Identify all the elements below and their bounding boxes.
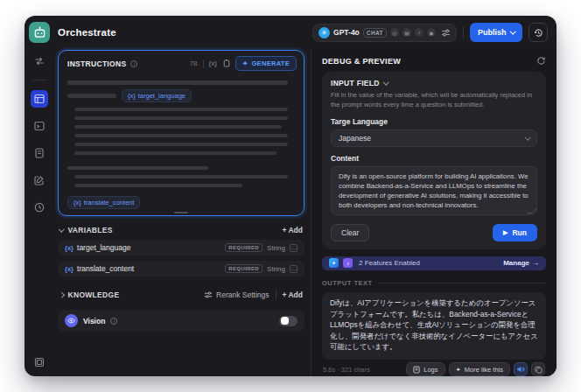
- variables-section-header: VARIABLES + Add: [58, 226, 304, 234]
- insert-variable-icon[interactable]: {x}: [209, 60, 217, 67]
- instructions-editor[interactable]: INSTRUCTIONS i 78 {x}: [58, 50, 304, 216]
- manage-features-link[interactable]: Manage →: [503, 259, 539, 267]
- output-section-header: OUTPUT TEXT: [322, 279, 546, 287]
- variable-settings-icon[interactable]: ⋯: [290, 244, 298, 252]
- variable-glyph: {x}: [65, 244, 74, 252]
- variable-pill-label: translate_content: [84, 199, 135, 206]
- logs-button[interactable]: Logs: [406, 362, 444, 376]
- variable-row-translate-content[interactable]: {x} translate_content REQUIRED String ⋯: [58, 261, 304, 276]
- skeleton-line: [67, 94, 116, 98]
- target-language-value: Japanese: [339, 134, 371, 143]
- chevron-down-icon[interactable]: [59, 226, 64, 231]
- rerank-label: Rerank Settings: [216, 290, 269, 299]
- main-area: Orchestrate ✳ GPT-4o CHAT ◎ ▤ ♪ ◉: [54, 16, 556, 376]
- vision-toggle[interactable]: [279, 316, 298, 326]
- vision-eye-icon: [65, 314, 78, 327]
- input-field-card: INPUT FIELD Fill in the value of the var…: [322, 72, 546, 249]
- arrow-right-icon: →: [532, 259, 539, 267]
- refresh-icon[interactable]: [536, 56, 546, 66]
- debug-header: DEBUG & PREVIEW: [322, 56, 546, 66]
- sidebar-divider: [32, 80, 46, 80]
- variable-type: String: [267, 265, 285, 273]
- skeleton-line: [74, 108, 288, 112]
- add-variable-button[interactable]: + Add: [283, 226, 304, 234]
- skeleton-line: [74, 116, 288, 121]
- capability-icon-4: ◉: [427, 28, 436, 37]
- knowledge-section-header: KNOWLEDGE Rerank Settings + Add: [58, 290, 304, 299]
- variable-glyph: {x}: [128, 92, 136, 100]
- chevron-right-icon[interactable]: [59, 292, 64, 298]
- variable-settings-icon[interactable]: ⋯: [290, 265, 298, 273]
- skeleton-line: [67, 166, 208, 171]
- skeleton-line: [74, 175, 288, 179]
- variable-type: String: [267, 244, 285, 252]
- manage-label: Manage: [503, 259, 529, 267]
- more-like-this-button[interactable]: ✦ More like this: [449, 362, 510, 376]
- variable-name: translate_content: [77, 264, 134, 273]
- variable-glyph: {x}: [74, 199, 81, 206]
- debug-preview-panel: DEBUG & PREVIEW INPUT FIELD Fill in the …: [311, 49, 556, 376]
- sidebar-item-annotation[interactable]: [31, 172, 48, 189]
- chat-mode-badge: CHAT: [363, 28, 387, 38]
- play-icon: ▶: [503, 229, 508, 236]
- clear-button[interactable]: Clear: [331, 224, 369, 242]
- variable-pill-translate-content[interactable]: {x} translate_content: [67, 196, 140, 209]
- info-icon: i: [130, 60, 137, 67]
- sidebar-item-api-access[interactable]: [31, 117, 48, 135]
- app-logo-robot-icon[interactable]: [29, 22, 50, 43]
- copy-output-button[interactable]: [531, 362, 545, 376]
- chevron-down-icon: [525, 134, 530, 139]
- run-button[interactable]: ▶ Run: [493, 224, 537, 242]
- input-field-header[interactable]: INPUT FIELD: [331, 79, 537, 88]
- required-badge: REQUIRED: [225, 243, 262, 252]
- chevron-down-icon: [383, 79, 388, 84]
- topbar-divider: [463, 26, 464, 38]
- openai-icon: ✳: [318, 27, 330, 38]
- debug-title: DEBUG & PREVIEW: [322, 57, 401, 66]
- publish-label: Publish: [478, 28, 507, 37]
- plus-icon: +: [283, 290, 287, 299]
- feature-tts-icon: ♪: [343, 258, 353, 268]
- variable-pill-label: target_language: [138, 92, 186, 100]
- variable-row-target-language[interactable]: {x} target_language REQUIRED String ⋯: [58, 240, 304, 256]
- target-language-select[interactable]: Japanese: [331, 130, 537, 147]
- sidebar-item-monitoring[interactable]: [31, 199, 48, 216]
- generate-label: GENERATE: [251, 60, 290, 67]
- sparkle-icon: ✦: [456, 366, 461, 374]
- features-enabled-text: 2 Features Enabled: [359, 259, 420, 267]
- add-knowledge-button[interactable]: + Add: [283, 290, 304, 299]
- features-enabled-bar[interactable]: ✦ ♪ 2 Features Enabled Manage →: [322, 256, 546, 270]
- rerank-settings-button[interactable]: Rerank Settings: [204, 290, 269, 299]
- sidebar-item-orchestrate[interactable]: [31, 90, 48, 108]
- model-switch-icon[interactable]: [31, 52, 48, 70]
- add-label: Add: [288, 290, 303, 299]
- instructions-body[interactable]: {x} target_language: [59, 74, 304, 215]
- resize-handle[interactable]: [174, 212, 188, 214]
- model-selector[interactable]: ✳ GPT-4o CHAT ◎ ▤ ♪ ◉: [312, 24, 457, 42]
- action-buttons-row: Clear ▶ Run: [331, 224, 537, 242]
- version-history-button[interactable]: [528, 23, 548, 42]
- sparkle-icon: ✦: [242, 60, 248, 67]
- skeleton-line: [74, 151, 276, 156]
- chevron-down-icon: [510, 28, 515, 33]
- copy-icon[interactable]: [222, 60, 230, 68]
- variables-title: VARIABLES: [68, 226, 113, 234]
- skeleton-line: [67, 80, 288, 85]
- instructions-header: INSTRUCTIONS i 78 {x}: [59, 51, 304, 74]
- required-badge: REQUIRED: [225, 264, 262, 273]
- generate-button[interactable]: ✦ GENERATE: [235, 56, 297, 71]
- output-footer: 5.6s · 321 chars Logs ✦ More like this: [322, 362, 546, 376]
- model-settings-icon[interactable]: [441, 28, 451, 38]
- robot-icon: [33, 26, 46, 39]
- content-textarea[interactable]: Dify is an open-source platform for buil…: [331, 166, 537, 215]
- variable-pill-target-language[interactable]: {x} target_language: [122, 89, 192, 102]
- text-to-speech-button[interactable]: [514, 362, 528, 376]
- sidebar-collapse-icon[interactable]: [24, 357, 54, 368]
- output-card: Difyは、AIアプリケーションを構築するためのオープンソースプラットフォームで…: [322, 292, 546, 360]
- sidebar-item-logs[interactable]: [31, 144, 48, 162]
- publish-button[interactable]: Publish: [470, 23, 522, 42]
- variable-name: target_language: [77, 243, 130, 252]
- char-count: 78: [190, 60, 198, 67]
- instructions-title: INSTRUCTIONS: [67, 60, 126, 68]
- knowledge-title: KNOWLEDGE: [68, 290, 120, 299]
